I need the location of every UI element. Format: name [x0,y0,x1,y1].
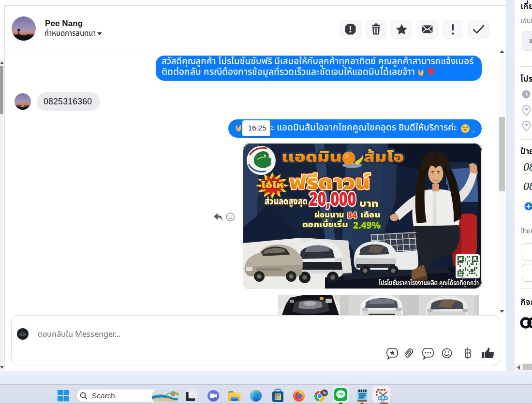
svg-text:.: . [473,124,475,134]
svg-text:LINE: LINE [337,392,344,396]
